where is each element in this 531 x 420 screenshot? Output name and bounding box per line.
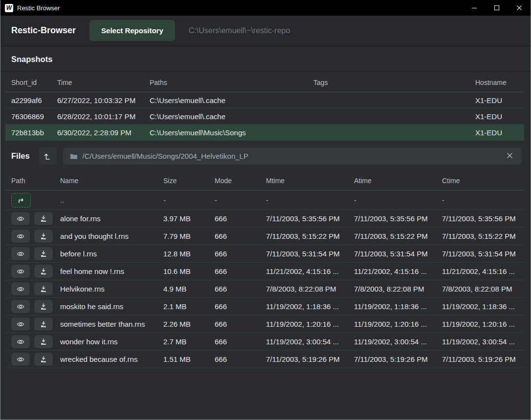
preview-button[interactable] — [11, 282, 30, 295]
download-button[interactable] — [34, 247, 53, 260]
up-level-button[interactable] — [39, 147, 57, 165]
download-icon — [40, 251, 47, 257]
minimize-button[interactable] — [463, 0, 486, 16]
preview-button[interactable] — [11, 265, 30, 278]
snapshot-time: 6/28/2022, 10:01:17 PM — [57, 112, 150, 121]
file-size: 2.26 MB — [163, 320, 215, 328]
file-row[interactable]: Helvikone.rns 4.9 MB 666 7/8/2003, 8:22:… — [5, 280, 524, 298]
snapshot-paths: C:\Users\emuell\Music\Songs — [150, 128, 313, 137]
download-button[interactable] — [34, 353, 53, 366]
download-button[interactable] — [34, 300, 53, 313]
minimize-icon — [471, 5, 477, 11]
parent-directory-row[interactable]: .. - - - - - — [5, 190, 524, 210]
clear-icon — [507, 152, 513, 159]
file-row[interactable]: before l.rns 12.8 MB 666 7/11/2003, 5:31… — [5, 245, 524, 263]
file-size: 3.97 MB — [163, 214, 215, 223]
col-path: Path — [11, 177, 60, 185]
preview-button[interactable] — [11, 230, 30, 243]
file-mtime: 7/11/2003, 5:19:26 PM — [266, 355, 354, 363]
file-row[interactable]: wonder how it.rns 2.7 MB 666 11/19/2002,… — [5, 333, 524, 351]
file-row[interactable]: moskito he said.rns 2.1 MB 666 11/19/200… — [5, 298, 524, 315]
file-atime: 11/19/2002, 1:18:36 ... — [354, 302, 442, 311]
file-ctime: 11/19/2002, 1:18:36 ... — [442, 302, 524, 311]
file-mtime: 7/11/2003, 5:15:22 PM — [266, 232, 354, 240]
file-ctime: - — [442, 196, 524, 204]
snapshot-row-selected[interactable]: 72b813bb 6/30/2022, 2:28:09 PM C:\Users\… — [5, 125, 524, 141]
snapshot-short-id: a2299af6 — [11, 96, 57, 105]
file-size: 10.6 MB — [163, 267, 215, 275]
file-mtime: 7/11/2003, 5:35:56 PM — [266, 214, 354, 223]
file-ctime: 7/11/2003, 5:15:22 PM — [442, 232, 524, 240]
file-mode: 666 — [215, 250, 266, 258]
window-title: Restic Browser — [17, 4, 60, 12]
header: Restic-Browser Select Repository C:\User… — [0, 16, 531, 46]
snapshot-row[interactable]: a2299af6 6/27/2022, 10:03:32 PM C:\Users… — [5, 92, 524, 108]
snapshots-table-header: Short_id Time Paths Tags Hostname — [5, 72, 524, 92]
file-row[interactable]: alone for.rns 3.97 MB 666 7/11/2003, 5:3… — [5, 210, 524, 228]
download-button[interactable] — [34, 282, 53, 295]
file-size: 2.1 MB — [163, 302, 215, 311]
snapshot-short-id: 72b813bb — [11, 128, 57, 137]
col-time: Time — [57, 79, 150, 86]
file-ctime: 11/21/2002, 4:15:16 ... — [442, 267, 524, 275]
eye-icon — [17, 357, 24, 362]
preview-button[interactable] — [11, 353, 30, 366]
file-row[interactable]: feel home now !.rns 10.6 MB 666 11/21/20… — [5, 263, 524, 280]
file-atime: 7/11/2003, 5:35:56 PM — [354, 214, 442, 223]
preview-button[interactable] — [11, 247, 30, 260]
file-mode: 666 — [215, 320, 266, 328]
files-toolbar: Files /C/Users/emuell/Music/Songs/2004_H… — [0, 141, 531, 170]
eye-icon — [17, 269, 24, 274]
snapshot-paths: C:\Users\emuell\.cache — [150, 112, 313, 121]
file-mode: 666 — [215, 214, 266, 223]
file-row[interactable]: wrecked because of.rns 1.51 MB 666 7/11/… — [5, 351, 524, 368]
snapshot-hostname: X1-EDU — [475, 128, 524, 137]
col-ctime: Ctime — [442, 177, 524, 185]
snapshot-hostname: X1-EDU — [475, 112, 524, 121]
path-breadcrumb[interactable]: /C/Users/emuell/Music/Songs/2004_Helveti… — [63, 147, 522, 165]
preview-button[interactable] — [11, 212, 30, 225]
file-row[interactable]: and you thought l.rns 7.79 MB 666 7/11/2… — [5, 228, 524, 245]
maximize-icon — [494, 5, 500, 11]
download-button[interactable] — [34, 230, 53, 243]
col-short-id: Short_id — [11, 79, 57, 86]
file-mode: 666 — [215, 302, 266, 311]
download-button[interactable] — [34, 335, 53, 348]
download-button[interactable] — [34, 317, 53, 331]
snapshot-row[interactable]: 76306869 6/28/2022, 10:01:17 PM C:\Users… — [5, 108, 524, 125]
download-button[interactable] — [34, 212, 53, 225]
col-mtime: Mtime — [266, 177, 354, 185]
download-button[interactable] — [34, 265, 53, 278]
up-level-icon — [44, 152, 51, 160]
select-repository-button[interactable]: Select Repository — [89, 20, 175, 41]
file-name: moskito he said.rns — [60, 302, 163, 311]
preview-button[interactable] — [11, 335, 30, 348]
app-window: W Restic Browser Restic-Browser Select R… — [0, 0, 531, 420]
page-title: Restic-Browser — [11, 25, 76, 36]
eye-icon — [17, 286, 24, 292]
file-atime: 7/11/2003, 5:31:54 PM — [354, 250, 442, 258]
file-mtime: 11/19/2002, 1:20:16 ... — [266, 320, 354, 328]
file-atime: 7/11/2003, 5:19:26 PM — [354, 355, 442, 363]
download-icon — [40, 268, 47, 275]
preview-button[interactable] — [11, 300, 30, 313]
maximize-button[interactable] — [486, 0, 508, 16]
file-atime: 7/8/2003, 8:22:08 PM — [354, 285, 442, 293]
clear-path-button[interactable] — [505, 150, 515, 162]
close-button[interactable] — [508, 0, 531, 16]
col-name: Name — [60, 177, 163, 185]
titlebar: W Restic Browser — [0, 0, 531, 16]
go-parent-button[interactable] — [11, 193, 31, 208]
eye-icon — [17, 233, 24, 239]
col-mode: Mode — [215, 177, 266, 185]
col-hostname: Hostname — [475, 79, 524, 86]
snapshot-time: 6/30/2022, 2:28:09 PM — [57, 128, 150, 137]
file-row[interactable]: sometimes better than.rns 2.26 MB 666 11… — [5, 315, 524, 333]
snapshot-hostname: X1-EDU — [475, 96, 524, 105]
preview-button[interactable] — [11, 317, 30, 331]
col-paths: Paths — [150, 79, 313, 86]
file-rows-container: alone for.rns 3.97 MB 666 7/11/2003, 5:3… — [5, 210, 524, 368]
file-size: 1.51 MB — [163, 355, 215, 363]
file-size: 2.7 MB — [163, 337, 215, 346]
file-mode: 666 — [215, 355, 266, 363]
